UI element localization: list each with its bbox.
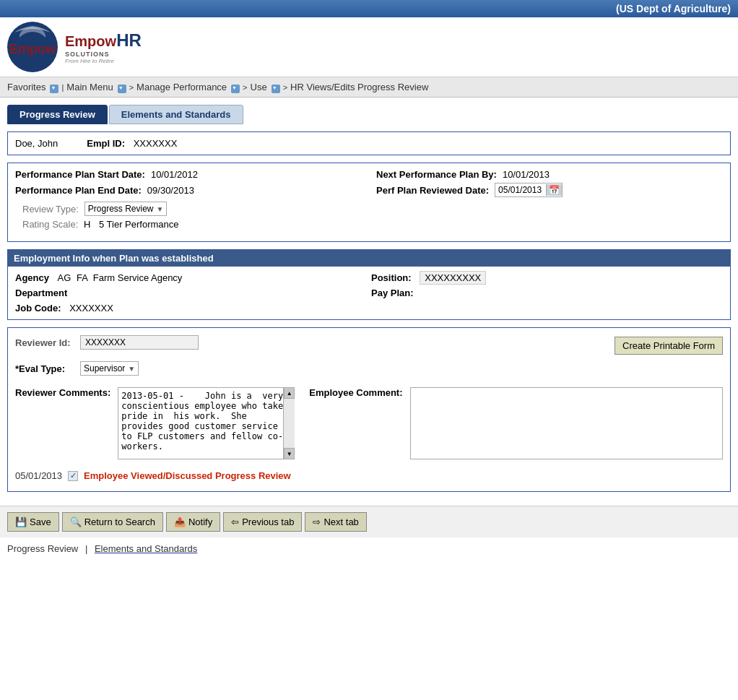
- review-type-row: Review Type: Progress Review ▼: [15, 200, 723, 217]
- next-tab-button[interactable]: ⇨ Next tab: [305, 512, 366, 532]
- agency-text: (US Dept of Agriculture): [616, 3, 731, 14]
- notify-icon: 📤: [174, 517, 186, 527]
- agency-code1: AG: [58, 272, 71, 283]
- employee-comment-area: Employee Comment:: [309, 387, 723, 462]
- rating-scale-code: H: [84, 219, 90, 230]
- notify-button[interactable]: 📤 Notify: [166, 512, 220, 532]
- reviewer-id-field[interactable]: [80, 335, 199, 350]
- logo-bar: Empow EmpowHR SOLUTIONS From Hire to Ret…: [0, 17, 738, 77]
- create-printable-btn[interactable]: Create Printable Form: [615, 337, 723, 355]
- textarea-scrollbar: ▲ ▼: [283, 387, 295, 459]
- scroll-up-btn[interactable]: ▲: [284, 387, 295, 399]
- job-code-value: XXXXXXX: [69, 303, 113, 314]
- comments-row: Reviewer Comments: 2013-05-01 - John is …: [15, 387, 723, 462]
- reviewer-comments-wrapper: 2013-05-01 - John is a very conscientiou…: [118, 387, 295, 462]
- employment-info-box: Employment Info when Plan was establishe…: [7, 249, 731, 320]
- plan-dates-body: Performance Plan Start Date: 10/01/2012 …: [8, 163, 730, 241]
- nav-use[interactable]: Use: [251, 82, 267, 92]
- favorites-dropdown[interactable]: [50, 85, 58, 93]
- job-code-row: Job Code: XXXXXXX: [15, 303, 367, 314]
- footer-elements-standards-link[interactable]: Elements and Standards: [95, 543, 197, 554]
- logo-solutions: SOLUTIONS: [65, 51, 142, 58]
- calendar-icon[interactable]: 📅: [546, 184, 562, 196]
- eval-type-row: *Eval Type: Supervisor ▼: [15, 361, 723, 376]
- agency-row: Agency AG FA Farm Service Agency: [15, 272, 367, 283]
- employment-info-body: Agency AG FA Farm Service Agency Positio…: [8, 267, 730, 319]
- reviewer-comments-area: Reviewer Comments: 2013-05-01 - John is …: [15, 387, 295, 462]
- employee-comment-field[interactable]: [410, 387, 723, 459]
- reviewed-date-input[interactable]: 📅: [495, 183, 563, 197]
- nav-manage-performance[interactable]: Manage Performance: [136, 82, 227, 92]
- employee-viewed-checkbox[interactable]: ✓: [68, 471, 78, 481]
- next-plan-row: Next Performance Plan By: 10/01/2013: [376, 169, 723, 180]
- save-icon: 💾: [15, 517, 27, 527]
- position-value: XXXXXXXXX: [420, 271, 486, 285]
- eval-type-dropdown-icon: ▼: [128, 365, 135, 373]
- logo-hr: HR: [116, 30, 142, 50]
- review-type-dropdown-icon: ▼: [157, 205, 164, 213]
- empl-id-value: XXXXXXX: [134, 138, 178, 149]
- logo-circle: Empow: [7, 22, 58, 72]
- plan-start-row: Performance Plan Start Date: 10/01/2012: [15, 169, 362, 180]
- return-icon: 🔍: [70, 517, 82, 527]
- reviewer-header-row: Reviewer Id: Create Printable Form: [15, 335, 723, 355]
- manageperf-dropdown[interactable]: [231, 85, 240, 93]
- previous-tab-button[interactable]: ⇦ Previous tab: [223, 512, 302, 532]
- review-type-select[interactable]: Progress Review ▼: [84, 202, 168, 216]
- position-row: Position: XXXXXXXXX: [371, 272, 723, 283]
- agency-code2: FA: [77, 272, 87, 283]
- pay-plan-row: Pay Plan:: [371, 288, 723, 298]
- footer-separator: |: [85, 543, 87, 554]
- nav-main-menu[interactable]: Main Menu: [66, 82, 113, 92]
- employee-comment-label: Employee Comment:: [309, 387, 402, 462]
- plan-dates-box: Performance Plan Start Date: 10/01/2012 …: [7, 163, 731, 242]
- footer-links: Progress Review | Elements and Standards: [0, 537, 738, 560]
- nav-favorites[interactable]: Favorites: [7, 82, 45, 92]
- employee-name: Doe, John: [15, 138, 58, 149]
- agency-header: (US Dept of Agriculture): [0, 0, 738, 17]
- logo: Empow EmpowHR SOLUTIONS From Hire to Ret…: [7, 22, 142, 72]
- reviewed-date-row: Perf Plan Reviewed Date: 📅: [376, 183, 723, 197]
- use-dropdown[interactable]: [272, 85, 280, 93]
- logo-empow: Empow: [65, 33, 116, 49]
- logo-text-area: EmpowHR SOLUTIONS From Hire to Retire: [65, 30, 142, 64]
- plan-end-row: Performance Plan End Date: 09/30/2013: [15, 183, 362, 197]
- agency-name: Farm Service Agency: [93, 272, 183, 283]
- reviewer-section: Reviewer Id: Create Printable Form *Eval…: [7, 327, 731, 492]
- reviewer-comments-field[interactable]: 2013-05-01 - John is a very conscientiou…: [118, 387, 295, 459]
- eval-type-select[interactable]: Supervisor ▼: [80, 361, 139, 376]
- empl-id-section: Empl ID: XXXXXXX: [87, 138, 177, 149]
- nav-current: HR Views/Edits Progress Review: [290, 82, 428, 92]
- next-tab-icon: ⇨: [313, 517, 321, 527]
- department-row: Department: [15, 288, 367, 298]
- logo-tagline: From Hire to Retire: [65, 58, 142, 64]
- rating-scale-desc: 5 Tier Performance: [99, 219, 179, 230]
- mainmenu-dropdown[interactable]: [118, 85, 126, 93]
- action-bar: 💾 Save 🔍 Return to Search 📤 Notify ⇦ Pre…: [0, 506, 738, 537]
- employee-viewed-row: 05/01/2013 ✓ Employee Viewed/Discussed P…: [15, 467, 723, 484]
- scroll-down-btn[interactable]: ▼: [284, 448, 295, 459]
- prev-tab-icon: ⇦: [231, 517, 239, 527]
- tab-progress-review[interactable]: Progress Review: [7, 105, 108, 124]
- employee-name-row: Doe, John Empl ID: XXXXXXX: [7, 131, 731, 155]
- tabs-row: Progress Review Elements and Standards: [7, 105, 731, 124]
- reviewer-id-row: Reviewer Id:: [15, 335, 199, 350]
- rating-scale-row: Rating Scale: H 5 Tier Performance: [15, 217, 723, 236]
- reviewer-comments-label: Reviewer Comments:: [15, 387, 110, 462]
- save-button[interactable]: 💾 Save: [7, 512, 59, 532]
- main-content: Progress Review Elements and Standards D…: [0, 98, 738, 503]
- svg-text:Empow: Empow: [9, 42, 56, 56]
- reviewed-date-field[interactable]: [495, 183, 546, 196]
- return-to-search-button[interactable]: 🔍 Return to Search: [62, 512, 163, 532]
- employment-info-header: Employment Info when Plan was establishe…: [8, 250, 730, 267]
- breadcrumb: Favorites | Main Menu > Manage Performan…: [0, 77, 738, 98]
- tab-elements-standards[interactable]: Elements and Standards: [109, 105, 243, 124]
- footer-progress-review: Progress Review: [7, 543, 78, 554]
